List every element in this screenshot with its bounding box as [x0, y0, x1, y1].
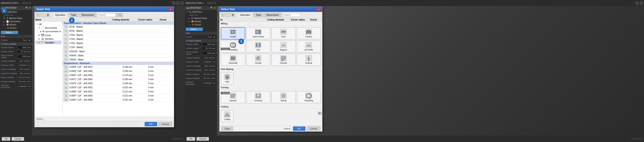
tree-vendors[interactable]: ▶ 🏢 Vendors [36, 37, 62, 41]
drill-92[interactable]: 🔩 0.0079" 118" - drill (#92) 0.201 mm 0 … [62, 86, 174, 90]
tree-documents[interactable]: ▼ 📄 Documents [36, 26, 62, 30]
right-ramp-spindle-input[interactable] [202, 52, 216, 55]
cutting-feedrate-input[interactable] [18, 59, 32, 62]
op-3d-profile[interactable]: 3D Profile [297, 40, 321, 53]
dialog-left-icon1[interactable]: 🔧 [36, 13, 40, 17]
dialog-left-close-button[interactable]: ✕ [169, 8, 172, 11]
op-engrave[interactable]: Engrave [271, 40, 296, 53]
right-feed-per-rev-input[interactable] [202, 82, 216, 85]
dialog-right-cancel-btn[interactable]: Cancel [307, 126, 320, 131]
surface-speed-input[interactable] [18, 50, 32, 53]
right-setup1-item[interactable]: ▼ ⚙ Setup1 [185, 23, 217, 26]
right-cancel-button[interactable]: Cancel [196, 137, 209, 141]
right-lead-out-input[interactable] [202, 69, 216, 72]
left-cancel-button[interactable]: Cancel [12, 137, 24, 141]
tab-dimensions-left[interactable]: Dimensions [79, 13, 96, 17]
dialog-right-ok-btn[interactable]: OK [293, 126, 306, 131]
tree-spur[interactable]: ▶ ⚙ SpurGearBlade v0 [36, 30, 62, 33]
right-toolbar-icon1[interactable]: ⬛ [635, 1, 639, 5]
right-feed-speed-header[interactable]: ▼ Feed & Speed [185, 39, 217, 42]
dialog-right-icon3[interactable]: ➕ [231, 13, 235, 17]
right-spindle-input[interactable] [202, 43, 216, 46]
dialog-left-search[interactable] [98, 13, 116, 17]
models-item[interactable]: ▶ 📦 Models [0, 23, 32, 26]
tree-samples[interactable]: ▼ 📂 Samples [36, 41, 62, 44]
feed-per-rev-input[interactable] [18, 85, 32, 88]
lead-out-input[interactable] [18, 72, 32, 75]
right-feed-per-tooth-input[interactable] [202, 60, 216, 63]
tool-row-hsk100[interactable]: 🔧 HSK100 - Blank [62, 49, 174, 53]
op-hole[interactable]: Hole [221, 72, 234, 85]
op-probing[interactable]: Probing [297, 53, 321, 66]
op-boring[interactable]: Boring [271, 91, 296, 103]
right-select-button[interactable]: Select... [186, 28, 203, 31]
tree-all[interactable]: ▼All [36, 22, 62, 26]
op-slot[interactable]: Slot [246, 40, 271, 53]
right-coolant-select[interactable]: Flood [206, 35, 216, 39]
tab-type-right[interactable]: Type [254, 13, 263, 17]
dialog-left-cancel-btn[interactable]: Cancel [158, 122, 172, 126]
drill-91[interactable]: 🔩 0.0083" 118" - drill (#91) 0.211 mm 0 … [62, 90, 174, 94]
right-models-item[interactable]: ▶ 📦 Models [185, 20, 217, 23]
tab-operation-right[interactable]: Operation [238, 13, 252, 17]
tool-row-bt30[interactable]: 🔧 BT30 - Blank1 [62, 25, 174, 29]
dialog-left-search-btn[interactable]: 🔍 [116, 13, 123, 17]
right-plunge-feedrate-input[interactable] [202, 77, 216, 80]
drill-96[interactable]: 🔩 0.0063" 118" - drill (#96) 0.160 mm 0 … [62, 69, 174, 73]
tree-local[interactable]: ▶ 💾 Local [36, 33, 62, 37]
tool-row-hsk40[interactable]: 🔧 HSK40 - Blank [62, 53, 174, 58]
drill-94[interactable]: 🔩 0.0071" 118" - drill (#94) 0.180 mm 0 … [62, 77, 174, 81]
right-browser-gear-icon[interactable]: ⚙ [214, 7, 216, 9]
ramp-feedrate-input[interactable] [18, 76, 32, 79]
left-icon-bar-item1[interactable]: ⬛ [172, 1, 176, 5]
tab-operation-left[interactable]: Operation [53, 13, 68, 17]
right-cutting-feedrate-input[interactable] [202, 56, 216, 59]
setup1-item[interactable]: ▼ ⚙ Setup1 [0, 26, 32, 30]
ramp-spindle-input[interactable] [18, 55, 32, 58]
left-icon-bar-item2[interactable]: ⬛ [176, 1, 180, 5]
dialog-left-ok-btn[interactable]: OK [145, 122, 157, 126]
tab-dimensions-right[interactable]: Dimensions [264, 13, 281, 17]
spindle-speed-input[interactable]: 5000 rpm [18, 46, 32, 49]
right-named-views-item[interactable]: ▶ 👁 Named Views [185, 17, 217, 20]
drill-97[interactable]: 🔩 0.0059" 118" - drill (#97) 0.150 mm 0 … [62, 65, 174, 69]
tool-row-ct50-1[interactable]: 🔧 CT50 - Blank1 [62, 41, 174, 45]
left-select-label[interactable]: SELECT ▾ [22, 2, 32, 4]
dialog-left-icon3[interactable]: ➕ [46, 13, 50, 17]
dialog-left-icon2[interactable]: 📁 [41, 13, 45, 17]
op-contour[interactable]: Contour [297, 27, 321, 39]
tool-row-ct50-2[interactable]: 🔧 CT50 - Blank2 [62, 45, 174, 49]
drill-95[interactable]: 🔩 0.0067" 118" - drill (#95) 0.170 mm 0 … [62, 73, 174, 77]
feed-speed-header[interactable]: ▼ Feed & Speed [0, 42, 32, 45]
dialog-right-icon1[interactable]: 🔧 [221, 13, 225, 17]
plunge-feedrate-input[interactable] [18, 80, 32, 83]
op-cutting[interactable]: Cutting [221, 110, 234, 122]
tab-type-left[interactable]: Type [68, 13, 78, 17]
right-lead-in-input[interactable] [202, 64, 216, 67]
drill-89[interactable]: 🔩 0.0091" 118" - drill (#89) 0.231 mm 0 … [62, 98, 174, 102]
feed-per-tooth-input[interactable] [18, 64, 32, 67]
tool-row-hsk63[interactable]: 🔧 HSK63 - Blank [62, 58, 174, 62]
op-face[interactable]: Face [271, 27, 296, 39]
left-ok-button[interactable]: OK [2, 137, 10, 141]
tool-row-bt40[interactable]: 🔧 BT40 - Blank1 [62, 29, 174, 33]
drill-93[interactable]: 🔩 0.0075" 118" - drill (#93) 0.190 mm 0 … [62, 81, 174, 86]
right-ok-button[interactable]: OK [186, 137, 195, 141]
right-toolbar-icon2[interactable]: ⬛ [640, 1, 643, 5]
left-manufacture-label[interactable]: MANUFACTURE ▾ [1, 2, 19, 4]
right-ramp-feedrate-input[interactable] [202, 73, 216, 76]
op-threading-turn[interactable]: Threading [297, 91, 321, 103]
coolant-select[interactable]: Flood [21, 38, 32, 42]
lead-in-input[interactable] [18, 68, 32, 71]
clear-button[interactable]: Clear [221, 126, 233, 131]
dialog-right-close-button[interactable]: ✕ [317, 8, 320, 11]
op-chamfer[interactable]: Chamfer [271, 53, 296, 66]
tool-row-ct40-2[interactable]: 🔧 CT40 - Blank2 [62, 37, 174, 41]
documents-item[interactable]: ▶ 📄 Documents [0, 20, 32, 23]
op-pocket[interactable]: Pocket [221, 27, 245, 39]
op-open-pocket[interactable]: Open Pocket [246, 27, 271, 39]
tool-row-ct40-1[interactable]: 🔧 CT40 - Blank1 [62, 33, 174, 37]
select-button[interactable]: Select... [1, 31, 18, 34]
op-circular[interactable]: Circular [246, 53, 271, 66]
op-grooving[interactable]: Grooving [246, 91, 271, 103]
